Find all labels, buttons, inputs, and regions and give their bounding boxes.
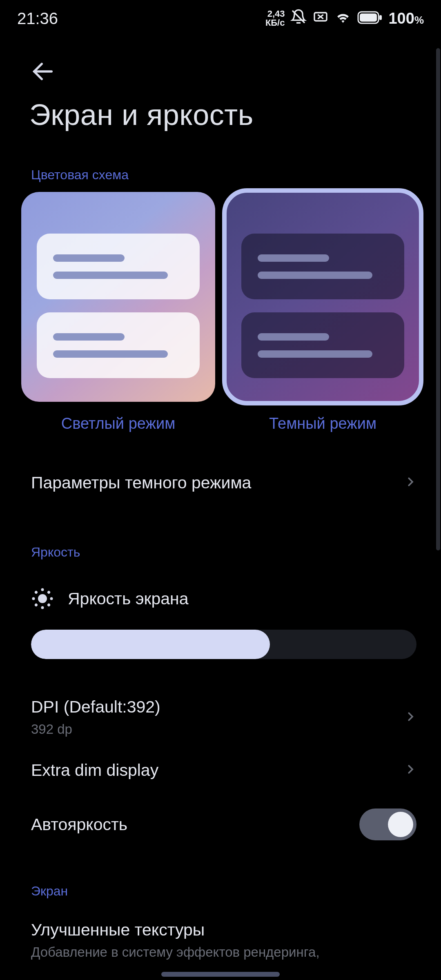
page-title: Экран и яркость — [29, 98, 254, 131]
brightness-icon — [31, 587, 54, 610]
chevron-right-icon — [404, 473, 416, 492]
network-speed: 2,43 КБ/с — [265, 9, 285, 27]
auto-brightness-row: Автояркость — [31, 808, 416, 840]
wifi-icon — [334, 8, 352, 29]
dark-mode-preview — [226, 192, 420, 402]
brightness-control: Яркость экрана — [31, 587, 416, 659]
light-mode-preview — [21, 192, 215, 402]
auto-brightness-toggle[interactable] — [359, 808, 416, 840]
brightness-slider[interactable] — [31, 630, 416, 659]
row-label: Параметры темного режима — [31, 473, 251, 492]
extra-dim-row[interactable]: Extra dim display — [31, 760, 416, 780]
light-mode-option[interactable]: Светлый режим — [21, 192, 215, 432]
brightness-slider-fill — [31, 630, 270, 659]
dark-mode-label: Темный режим — [269, 415, 376, 432]
section-brightness: Яркость — [31, 545, 80, 560]
nav-indicator[interactable] — [161, 972, 280, 977]
row-label: Extra dim display — [31, 761, 158, 780]
light-mode-label: Светлый режим — [61, 415, 176, 432]
dnd-icon — [290, 9, 307, 29]
row-sublabel: Добавление в систему эффектов рендеринга… — [31, 944, 320, 960]
status-right: 2,43 КБ/с 100% — [265, 8, 424, 29]
battery-icon — [357, 9, 383, 28]
sim-off-icon — [312, 9, 329, 29]
row-label: DPI (Default:392) — [31, 697, 160, 717]
row-label: Автояркость — [31, 815, 127, 834]
dark-mode-option[interactable]: Темный режим — [226, 192, 420, 432]
back-button[interactable] — [24, 53, 61, 90]
dpi-row[interactable]: DPI (Default:392) 392 dp — [31, 697, 416, 737]
battery-percent: 100% — [388, 10, 424, 27]
brightness-label: Яркость экрана — [68, 589, 189, 608]
dark-mode-settings-row[interactable]: Параметры темного режима — [31, 473, 416, 492]
chevron-right-icon — [404, 760, 416, 780]
scrollbar[interactable] — [436, 48, 440, 550]
chevron-right-icon — [404, 708, 416, 727]
row-label: Улучшенные текстуры — [31, 920, 320, 940]
svg-rect-6 — [379, 15, 382, 20]
section-color-scheme: Цветовая схема — [31, 167, 129, 183]
toggle-knob — [388, 812, 413, 837]
status-time: 21:36 — [17, 9, 58, 28]
section-screen: Экран — [31, 884, 68, 899]
textures-row[interactable]: Улучшенные текстуры Добавление в систему… — [31, 920, 416, 960]
row-sublabel: 392 dp — [31, 722, 160, 737]
color-scheme-cards: Светлый режим Темный режим — [21, 192, 420, 432]
status-bar: 21:36 2,43 КБ/с 100% — [0, 0, 441, 37]
svg-rect-5 — [360, 13, 377, 22]
